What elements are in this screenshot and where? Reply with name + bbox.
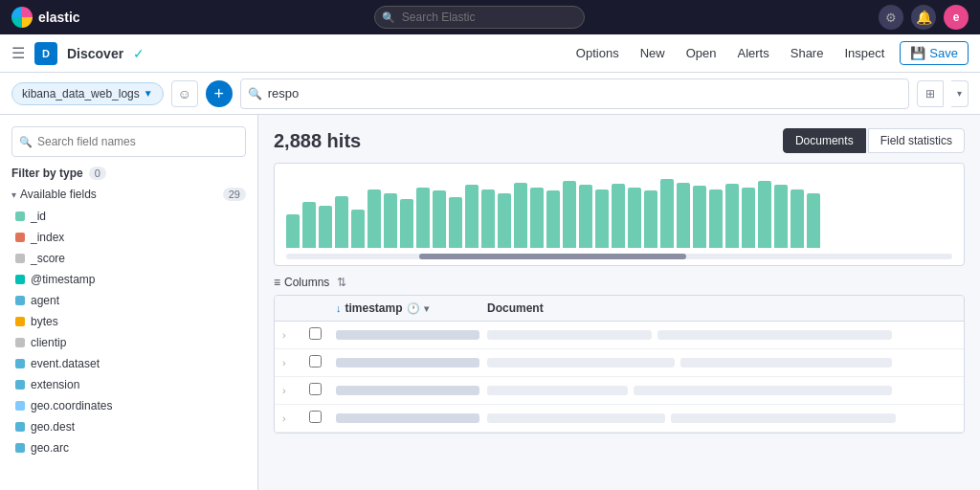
available-fields-left: ▾ Available fields	[11, 188, 97, 201]
chevron-down-icon[interactable]: ▾	[11, 189, 16, 200]
chevron-down-icon: ▼	[144, 88, 153, 99]
add-filter-button[interactable]: +	[206, 80, 233, 107]
chart-bar	[433, 190, 446, 248]
list-item[interactable]: event.dataset	[11, 354, 246, 373]
columns-icon: ≡	[274, 276, 280, 289]
field-search-input[interactable]	[11, 126, 246, 157]
display-options-button[interactable]: ⊞	[917, 80, 944, 107]
global-search-input[interactable]	[374, 6, 585, 29]
chart-bar	[709, 189, 723, 248]
histogram-chart	[274, 163, 965, 266]
gear-icon[interactable]: ⚙	[879, 5, 903, 30]
row-expand-icon[interactable]: ›	[282, 412, 301, 424]
chart-scrollbar[interactable]	[286, 252, 952, 261]
share-button[interactable]: Share	[785, 42, 830, 64]
save-icon: 💾	[910, 46, 925, 60]
inspect-button[interactable]: Inspect	[838, 42, 890, 64]
list-item[interactable]: bytes	[11, 312, 246, 331]
list-item[interactable]: agent	[11, 291, 246, 310]
chart-bar	[465, 185, 479, 248]
row-checkbox[interactable]	[309, 326, 328, 344]
open-button[interactable]: Open	[680, 42, 723, 64]
save-label: Save	[929, 46, 958, 60]
row-expand-icon[interactable]: ›	[282, 329, 301, 341]
row-checkbox[interactable]	[309, 410, 328, 427]
avatar[interactable]: e	[944, 5, 969, 30]
alerts-button[interactable]: Alerts	[732, 42, 775, 64]
field-dot-icon	[15, 233, 25, 242]
list-item[interactable]: @timestamp	[11, 270, 246, 289]
documents-toggle-button[interactable]: Documents	[783, 128, 866, 153]
scrollbar-thumb[interactable]	[419, 254, 685, 259]
field-name: extension	[31, 378, 79, 391]
chart-bars	[286, 171, 952, 248]
table-row: ›	[275, 349, 964, 377]
chart-bar	[351, 210, 365, 248]
filter-type-count: 0	[89, 167, 106, 180]
col-chevron-icon[interactable]: ▾	[424, 303, 429, 314]
field-dot-icon	[15, 401, 25, 411]
sort-icon[interactable]: ⇅	[337, 276, 346, 289]
checkmark-icon: ✓	[133, 46, 145, 61]
list-item[interactable]: _score	[11, 249, 246, 268]
save-button[interactable]: 💾 Save	[900, 41, 969, 65]
field-name: @timestamp	[31, 273, 96, 286]
row-checkbox[interactable]	[309, 382, 328, 399]
query-input[interactable]	[240, 78, 909, 109]
row-checkbox[interactable]	[309, 354, 328, 371]
bell-icon[interactable]: 🔔	[911, 5, 936, 30]
results-table: ↓ timestamp 🕐 ▾ Document › ›	[274, 295, 965, 434]
field-name: geo.dest	[31, 420, 75, 434]
chart-bar	[774, 185, 788, 248]
field-name: clientip	[31, 336, 66, 349]
chart-bar	[725, 184, 739, 248]
list-item[interactable]: geo.dest	[11, 417, 246, 436]
top-navigation: elastic 🔍 ⚙ 🔔 e	[0, 0, 980, 34]
chart-bar	[319, 206, 332, 248]
app-icon: D	[34, 42, 57, 65]
hits-row: 2,888 hits Documents Field statistics	[274, 128, 965, 153]
columns-button[interactable]: ≡ Columns	[274, 276, 329, 289]
list-item[interactable]: geo.arc	[11, 438, 246, 457]
field-name: _score	[31, 252, 65, 265]
chart-bar	[546, 190, 560, 248]
index-pattern-label: kibana_data_web_logs	[22, 87, 140, 100]
chart-bar	[416, 188, 430, 248]
field-dot-icon	[15, 359, 25, 368]
elastic-logo: elastic	[11, 7, 80, 28]
list-item[interactable]: clientip	[11, 333, 246, 352]
display-chevron-icon[interactable]: ▾	[951, 80, 969, 107]
field-name: bytes	[31, 315, 58, 328]
list-item[interactable]: geo.coordinates	[11, 396, 246, 415]
filter-type-row: Filter by type 0	[11, 167, 246, 180]
hamburger-menu-icon[interactable]: ☰	[11, 44, 25, 62]
list-item[interactable]: extension	[11, 375, 246, 394]
list-item[interactable]: _index	[11, 228, 246, 247]
timestamp-col-header[interactable]: ↓ timestamp 🕐 ▾	[336, 301, 479, 315]
main-panel: 2,888 hits Documents Field statistics ≡ …	[258, 115, 980, 490]
field-dot-icon	[15, 422, 25, 432]
global-search-bar: 🔍	[92, 6, 867, 29]
new-button[interactable]: New	[635, 42, 671, 64]
smiley-icon-button[interactable]: ☺	[171, 80, 198, 107]
field-dot-icon	[15, 254, 25, 263]
chart-bar	[791, 189, 804, 248]
chart-bar	[335, 196, 348, 248]
table-controls: ≡ Columns ⇅	[274, 276, 965, 289]
field-name: geo.coordinates	[31, 399, 112, 412]
chart-bar	[579, 185, 592, 248]
row-expand-icon[interactable]: ›	[282, 357, 301, 368]
field-name: geo.arc	[31, 441, 69, 455]
filter-type-label: Filter by type	[11, 167, 83, 180]
field-name: _index	[31, 231, 64, 244]
row-doc-placeholder	[487, 330, 956, 340]
field-name: _id	[31, 210, 46, 223]
options-button[interactable]: Options	[570, 42, 625, 64]
field-statistics-toggle-button[interactable]: Field statistics	[868, 128, 965, 153]
row-expand-icon[interactable]: ›	[282, 385, 301, 396]
list-item[interactable]: _id	[11, 207, 246, 226]
index-pattern-selector[interactable]: kibana_data_web_logs ▼	[11, 82, 164, 105]
chart-bar	[563, 181, 576, 248]
hits-count: 2,888 hits	[274, 130, 361, 152]
field-list: _id _index _score @timestamp agent bytes	[11, 207, 246, 457]
